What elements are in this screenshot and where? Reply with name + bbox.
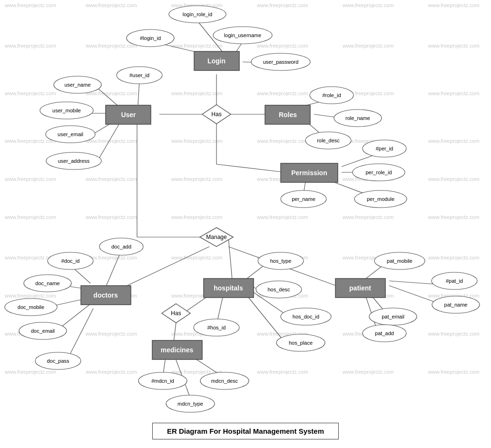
login-id-label: #login_id	[140, 35, 161, 41]
svg-text:www.freeprojectz.com: www.freeprojectz.com	[428, 90, 480, 96]
patient-label: patient	[349, 284, 371, 292]
has-1-label: Has	[211, 111, 221, 118]
hos-place-label: hos_place	[289, 340, 313, 346]
svg-text:www.freeprojectz.com: www.freeprojectz.com	[4, 2, 56, 8]
pat-name-label: pat_name	[444, 302, 468, 308]
user-label: User	[121, 111, 136, 119]
pat-mobile-label: pat_mobile	[387, 258, 412, 264]
svg-text:www.freeprojectz.com: www.freeprojectz.com	[428, 138, 480, 144]
per-id-label: #per_id	[376, 146, 393, 151]
login-label: Login	[207, 57, 226, 65]
user-email-label: user_email	[58, 131, 83, 137]
hos-id-label: #hos_id	[207, 325, 226, 330]
pat-email-label: pat_email	[382, 314, 404, 319]
manage-label: Manage	[206, 234, 227, 240]
svg-text:www.freeprojectz.com: www.freeprojectz.com	[428, 369, 480, 375]
svg-text:www.freeprojectz.com: www.freeprojectz.com	[428, 331, 480, 337]
roles-label: Roles	[279, 111, 297, 119]
svg-text:www.freeprojectz.com: www.freeprojectz.com	[4, 43, 56, 49]
doc-id-label: #doc_id	[61, 258, 80, 264]
svg-text:www.freeprojectz.com: www.freeprojectz.com	[256, 90, 308, 96]
svg-text:www.freeprojectz.com: www.freeprojectz.com	[171, 255, 223, 260]
user-password-label: user_password	[263, 59, 299, 65]
svg-text:www.freeprojectz.com: www.freeprojectz.com	[4, 90, 56, 96]
svg-text:www.freeprojectz.com: www.freeprojectz.com	[256, 138, 308, 144]
hos-doc-id-label: hos_doc_id	[293, 314, 319, 319]
svg-text:www.freeprojectz.com: www.freeprojectz.com	[4, 214, 56, 220]
svg-text:www.freeprojectz.com: www.freeprojectz.com	[171, 214, 223, 220]
svg-text:www.freeprojectz.com: www.freeprojectz.com	[171, 176, 223, 182]
user-mobile-label: user_mobile	[52, 108, 81, 113]
svg-text:www.freeprojectz.com: www.freeprojectz.com	[85, 214, 137, 220]
svg-text:www.freeprojectz.com: www.freeprojectz.com	[428, 214, 480, 220]
svg-text:www.freeprojectz.com: www.freeprojectz.com	[342, 214, 394, 220]
svg-text:www.freeprojectz.com: www.freeprojectz.com	[256, 369, 308, 375]
svg-text:www.freeprojectz.com: www.freeprojectz.com	[4, 176, 56, 182]
hos-desc-label: hos_desc	[267, 287, 290, 292]
svg-text:www.freeprojectz.com: www.freeprojectz.com	[428, 43, 480, 49]
svg-text:www.freeprojectz.com: www.freeprojectz.com	[85, 138, 137, 144]
doc-mobile-label: doc_mobile	[18, 304, 44, 310]
role-id-label: #role_id	[322, 92, 341, 98]
has-2-label: Has	[171, 310, 181, 317]
svg-text:www.freeprojectz.com: www.freeprojectz.com	[256, 2, 308, 8]
per-module-label: per_module	[367, 196, 394, 202]
svg-line-68	[216, 164, 285, 172]
hos-type-label: hos_type	[270, 258, 292, 264]
svg-text:www.freeprojectz.com: www.freeprojectz.com	[171, 90, 223, 96]
svg-text:www.freeprojectz.com: www.freeprojectz.com	[4, 369, 56, 375]
svg-text:www.freeprojectz.com: www.freeprojectz.com	[428, 2, 480, 8]
svg-text:www.freeprojectz.com: www.freeprojectz.com	[342, 2, 394, 8]
mdcn-desc-label: mdcn_desc	[211, 378, 238, 384]
role-desc-label: role_desc	[317, 138, 340, 143]
svg-text:www.freeprojectz.com: www.freeprojectz.com	[85, 43, 137, 49]
doc-email-label: doc_email	[31, 328, 55, 334]
role-name-label: role_name	[345, 115, 370, 121]
svg-text:www.freeprojectz.com: www.freeprojectz.com	[85, 331, 137, 337]
svg-line-69	[138, 81, 139, 105]
svg-text:www.freeprojectz.com: www.freeprojectz.com	[342, 43, 394, 49]
svg-text:www.freeprojectz.com: www.freeprojectz.com	[428, 176, 480, 182]
user-address-label: user_address	[58, 158, 90, 164]
svg-text:www.freeprojectz.com: www.freeprojectz.com	[256, 43, 308, 49]
svg-text:www.freeprojectz.com: www.freeprojectz.com	[342, 369, 394, 375]
doctors-label: doctors	[93, 291, 118, 299]
hospitals-label: hospitals	[214, 284, 243, 292]
svg-text:www.freeprojectz.com: www.freeprojectz.com	[85, 176, 137, 182]
diagram-title: ER Diagram For Hospital Management Syste…	[152, 423, 339, 439]
doc-add-label: doc_add	[111, 244, 131, 249]
per-name-label: per_name	[292, 196, 315, 202]
user-id-label: #user_id	[129, 72, 149, 78]
pat-add-label: pat_add	[375, 330, 394, 336]
medicines-label: medicines	[161, 346, 194, 354]
mdcn-type-label: mdcn_type	[177, 401, 203, 407]
svg-text:www.freeprojectz.com: www.freeprojectz.com	[85, 369, 137, 375]
per-role-id-label: per_role_id	[365, 169, 392, 175]
svg-text:www.freeprojectz.com: www.freeprojectz.com	[4, 293, 56, 299]
svg-text:www.freeprojectz.com: www.freeprojectz.com	[428, 255, 480, 260]
login-role-id-label: login_role_id	[183, 11, 212, 17]
svg-line-83	[228, 237, 232, 280]
mdcn-id-label: #mdcn_id	[151, 378, 174, 384]
svg-text:www.freeprojectz.com: www.freeprojectz.com	[256, 214, 308, 220]
er-diagram: www.freeprojectz.com www.freeprojectz.co…	[0, 0, 491, 448]
svg-text:www.freeprojectz.com: www.freeprojectz.com	[4, 138, 56, 144]
svg-text:www.freeprojectz.com: www.freeprojectz.com	[171, 138, 223, 144]
login-username-label: login_username	[224, 32, 261, 38]
pat-id-label: #pat_id	[446, 278, 463, 284]
doc-pass-label: doc_pass	[47, 358, 69, 364]
doc-name-label: doc_name	[35, 280, 59, 286]
svg-text:www.freeprojectz.com: www.freeprojectz.com	[85, 2, 137, 8]
permission-label: Permission	[291, 169, 327, 177]
user-name-label: user_name	[64, 82, 90, 88]
